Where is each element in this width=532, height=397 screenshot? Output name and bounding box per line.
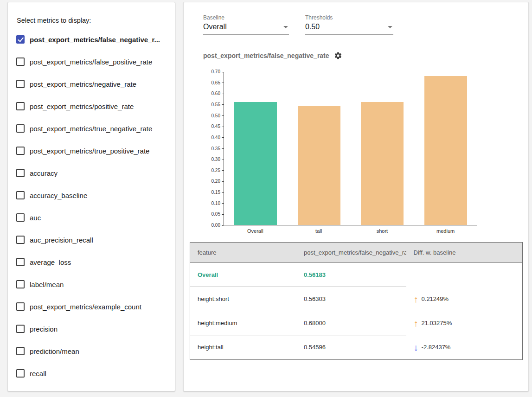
baseline-select-box[interactable]: Overall [203, 23, 289, 35]
diff-cell: ↑21.03275% [406, 311, 522, 335]
baseline-select[interactable]: Baseline Overall [203, 14, 289, 35]
diff-cell [406, 263, 522, 280]
table-header-cell: feature [190, 243, 296, 263]
metric-item[interactable]: label/mean [8, 273, 175, 295]
table-header-cell: Diff. w. baseline [406, 243, 523, 263]
metric-label: accuracy_baseline [30, 192, 87, 199]
metric-item[interactable]: recall [8, 362, 175, 384]
up-arrow-icon: ↑ [414, 295, 418, 303]
thresholds-select-value: 0.50 [305, 23, 320, 31]
gear-icon[interactable] [334, 51, 342, 60]
y-tick-label: 0.35 [212, 147, 224, 151]
checkbox-unchecked[interactable] [16, 347, 25, 355]
checkbox-unchecked[interactable] [16, 302, 25, 311]
metric-item[interactable]: auc_precision_recall [8, 229, 175, 251]
bar-slot [224, 72, 288, 225]
y-tick-label: 0.25 [212, 168, 224, 173]
y-tick-label: 0.60 [212, 91, 224, 96]
metric-label: post_export_metrics/negative_rate [30, 80, 136, 88]
chart-bar-short[interactable] [361, 102, 404, 225]
metrics-list: post_export_metrics/false_negative_r...p… [8, 28, 175, 384]
chart-bar-Overall[interactable] [234, 102, 277, 225]
chart-bar-tall[interactable] [298, 106, 340, 225]
thresholds-select-box[interactable]: 0.50 [305, 23, 393, 35]
checkbox-unchecked[interactable] [16, 102, 25, 110]
metric-item[interactable]: post_export_metrics/negative_rate [8, 73, 175, 95]
controls-row: Baseline Overall Thresholds 0.50 [184, 2, 528, 35]
checkbox-unchecked[interactable] [16, 369, 25, 378]
plot-area [224, 72, 477, 225]
checkbox-checked[interactable] [16, 35, 25, 44]
diff-value: 0.21249% [422, 295, 449, 302]
metric-label: post_export_metrics/false_negative_r... [30, 36, 160, 44]
checkbox-unchecked[interactable] [16, 124, 25, 133]
checkbox-unchecked[interactable] [16, 325, 25, 333]
metric-item[interactable]: auc [8, 206, 175, 229]
checkbox-unchecked[interactable] [16, 58, 25, 66]
metric-label: precision [30, 325, 58, 333]
bar-slot [414, 72, 478, 225]
chart-bar-medium[interactable] [424, 76, 467, 225]
x-tick-label: short [351, 228, 414, 234]
checkbox-unchecked[interactable] [16, 191, 25, 199]
metric-item[interactable]: average_loss [8, 251, 175, 273]
metric-item[interactable]: post_export_metrics/false_negative_r... [8, 28, 175, 51]
metric-item[interactable]: accuracy [8, 162, 175, 184]
checkbox-unchecked[interactable] [16, 169, 25, 177]
metric-item[interactable]: post_export_metrics/positive_rate [8, 95, 175, 117]
checkbox-unchecked[interactable] [16, 147, 25, 155]
feature-cell: Overall [190, 263, 296, 287]
down-arrow-icon: ↓ [414, 344, 418, 351]
metric-item[interactable]: precision [8, 318, 175, 340]
metrics-table: featurepost_export_metrics/false_negativ… [190, 242, 523, 360]
table-row: height:tall0.54596↓-2.82437% [190, 335, 523, 360]
metric-label: post_export_metrics/true_positive_rate [30, 147, 149, 155]
metric-item[interactable]: post_export_metrics/true_negative_rate [8, 117, 175, 140]
metric-label: post_export_metrics/true_negative_rate [30, 125, 152, 133]
checkbox-unchecked[interactable] [16, 80, 25, 88]
y-tick-label: 0.40 [212, 135, 224, 140]
chevron-down-icon[interactable] [388, 26, 392, 28]
metric-label: label/mean [30, 281, 64, 288]
y-tick-label: 0.20 [212, 179, 224, 184]
y-tick-label: 0.15 [212, 190, 224, 195]
metric-item[interactable]: prediction/mean [8, 340, 175, 362]
table-header-cell: post_export_metrics/false_negative_rat..… [296, 243, 406, 263]
value-cell: 0.68000 [296, 311, 406, 335]
metric-label: post_export_metrics/positive_rate [30, 102, 134, 110]
x-tick-label: Overall [224, 228, 287, 234]
thresholds-select[interactable]: Thresholds 0.50 [305, 14, 393, 35]
baseline-select-label: Baseline [203, 14, 289, 21]
table-row: height:short0.56303↑0.21249% [190, 287, 523, 311]
checkbox-unchecked[interactable] [16, 258, 25, 266]
table-body: Overall0.56183height:short0.56303↑0.2124… [190, 263, 523, 360]
checkbox-unchecked[interactable] [16, 236, 25, 244]
y-tick-label: 0.05 [212, 212, 224, 217]
y-tick-label: 0.10 [212, 201, 224, 206]
y-tick-label: 0.45 [212, 124, 224, 129]
checkbox-unchecked[interactable] [16, 280, 25, 288]
checkbox-unchecked[interactable] [16, 213, 25, 222]
y-tick-label: 0.30 [212, 157, 224, 162]
metrics-select-panel: Select metrics to display: post_export_m… [7, 2, 175, 391]
x-tick-label: medium [414, 228, 477, 234]
metric-label: prediction/mean [30, 347, 79, 355]
metric-item[interactable]: post_export_metrics/false_positive_rate [8, 51, 175, 73]
y-axis: 0.000.050.100.150.200.250.300.350.400.45… [203, 72, 224, 225]
metric-label: auc [30, 214, 41, 222]
value-cell: 0.54596 [296, 335, 406, 360]
chart-header: post_export_metrics/false_negative_rate [184, 35, 528, 60]
value-cell: 0.56303 [296, 287, 406, 311]
chevron-down-icon[interactable] [283, 26, 288, 28]
x-tick-label: tall [287, 228, 351, 234]
bar-slot [351, 72, 414, 225]
y-tick-label: 0.70 [212, 70, 224, 74]
metric-item[interactable]: accuracy_baseline [8, 184, 175, 206]
y-tick-label: 0.00 [212, 223, 224, 228]
thresholds-select-label: Thresholds [305, 14, 393, 21]
metric-item[interactable]: post_export_metrics/true_positive_rate [8, 140, 175, 162]
metrics-panel-title: Select metrics to display: [8, 2, 175, 28]
metric-item[interactable]: post_export_metrics/example_count [8, 295, 175, 318]
table-row: Overall0.56183 [190, 263, 523, 287]
x-axis-labels: Overalltallshortmedium [224, 228, 477, 234]
